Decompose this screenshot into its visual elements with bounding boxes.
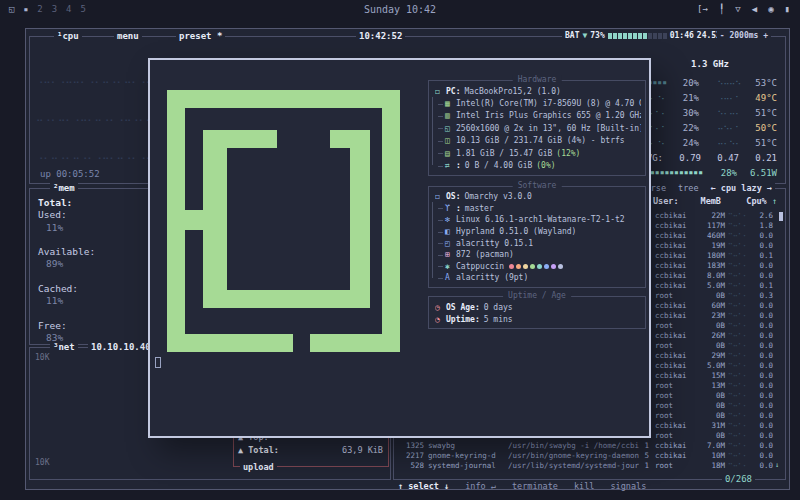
os-icon: ◻ — [435, 192, 446, 201]
fastfetch-terminal-window[interactable]: Hardware ◻PC:MacBookPro15,2 (1.0)▦Intel(… — [148, 58, 651, 438]
process-row[interactable]: 528systemd-journal/usr/lib/systemd/syste… — [398, 460, 781, 470]
battery-icon[interactable]: ▮ — [785, 4, 790, 14]
net-box-title[interactable]: ³net — [50, 342, 78, 352]
terminal-icon: ◰ — [445, 239, 456, 248]
core-load: 24% — [667, 138, 699, 148]
process-cpu: 0.0 — [751, 301, 773, 310]
update-interval-control[interactable]: - 2000ms + — [717, 31, 771, 40]
fastfetch-label: OS Age: — [446, 303, 480, 312]
software-section: Software ◻OS:Omarchy v3.0.0ϒ:master✻Linu… — [428, 186, 646, 288]
process-memory: 180M — [695, 251, 725, 260]
process-threads: 1 — [639, 441, 649, 450]
color-dot — [537, 264, 542, 269]
menu-button[interactable]: menu — [114, 31, 142, 41]
color-dot — [544, 264, 549, 269]
process-count: 0/268 — [722, 474, 755, 484]
core-temperature: 51°C — [741, 138, 777, 148]
microphone-icon[interactable]: ╿ — [719, 4, 724, 14]
process-command: /usr/bin/gnome-keyring-daemon --f — [508, 451, 639, 460]
sort-tree-button[interactable]: tree — [678, 183, 698, 193]
scroll-arrow-icon: ↓ — [773, 461, 781, 469]
process-memory: 5.0M — [695, 361, 725, 370]
color-dot — [558, 264, 563, 269]
process-mem-graph: ⠒⠤⠂⠄ — [725, 441, 751, 449]
fastfetch-row: ◻PC:MacBookPro15,2 (1.0) — [435, 85, 641, 97]
core-spark-graph: ⠤⠄⠢⠄ — [699, 138, 741, 147]
menu-select[interactable]: ↑ select ↓ — [398, 481, 449, 491]
fastfetch-value: Omarchy v3.0.0 — [464, 192, 531, 201]
settings-icon[interactable]: ◉ — [768, 4, 773, 14]
core-load: 30% — [667, 108, 699, 118]
fastfetch-percent: (0%) — [536, 161, 555, 170]
menu-terminate[interactable]: terminate — [512, 481, 558, 491]
tree-tick — [438, 278, 443, 279]
sort-cpu-lazy-button[interactable]: ← cpu lazy → — [711, 183, 772, 193]
process-cpu: 0.0 — [751, 371, 773, 380]
mem-box-title[interactable]: ²mem — [50, 183, 78, 193]
preset-button[interactable]: preset * — [176, 31, 225, 41]
workspace-5[interactable]: 5 — [81, 4, 86, 14]
pc-icon: ◻ — [435, 87, 446, 96]
process-user: root — [649, 341, 695, 350]
desktop: { "topbar": { "launcher_glyph": "◱", "ac… — [0, 0, 800, 500]
process-cpu: 0.0 — [751, 271, 773, 280]
wifi-icon[interactable]: ▽ — [735, 4, 740, 14]
menu-signals[interactable]: signals — [610, 481, 646, 491]
battery-meter-block — [633, 33, 637, 39]
header-clock: 10:42:52 — [356, 31, 405, 41]
core-load: 22% — [667, 123, 699, 133]
fastfetch-value: Hyprland 0.51.0 (Wayland) — [456, 227, 576, 236]
menu-kill[interactable]: kill — [574, 481, 594, 491]
process-memory: 13M — [695, 381, 725, 390]
column-cpu[interactable]: Cpu% ↑ — [746, 196, 777, 206]
tree-line — [432, 202, 433, 278]
volume-icon[interactable]: ◀ — [752, 4, 757, 14]
tree-tick — [438, 266, 443, 267]
fastfetch-value: alacritty 0.15.1 — [456, 239, 533, 248]
tree-tick — [438, 141, 443, 142]
workspace-4[interactable]: 4 — [66, 4, 71, 14]
process-memory: 19M — [695, 241, 725, 250]
process-cpu: 0.0 — [751, 231, 773, 240]
process-row[interactable]: 2217gnome-keyring-d/usr/bin/gnome-keyrin… — [398, 450, 781, 460]
process-mem-graph: ⠒⠤⠂⠄ — [725, 391, 751, 399]
process-scrollbar-thumb[interactable] — [779, 212, 783, 221]
process-cpu: 0.3 — [751, 291, 773, 300]
process-memory: 0B — [695, 431, 725, 440]
logout-icon[interactable]: [→ — [697, 4, 708, 14]
battery-meter-block — [643, 33, 647, 39]
workspace-3[interactable]: 3 — [52, 4, 57, 14]
process-memory: 0B — [695, 341, 725, 350]
workspace-2[interactable]: 2 — [37, 4, 42, 14]
tree-tick — [438, 153, 443, 154]
fastfetch-value: master — [465, 204, 494, 213]
process-cpu: 0.0 — [751, 391, 773, 400]
fastfetch-row: ◔Uptime:5 mins — [435, 313, 641, 325]
tree-tick — [438, 128, 443, 129]
column-mem[interactable]: MemB — [689, 196, 721, 206]
memory-stat-label: Total: — [38, 197, 72, 208]
process-user: root — [649, 291, 695, 300]
workspace-active-dot[interactable]: ▪ — [23, 5, 28, 14]
tree-line — [432, 97, 433, 165]
process-user: ccbikai — [649, 421, 695, 430]
process-cpu: 0.0 — [751, 461, 773, 470]
kernel-icon: ✻ — [445, 215, 456, 224]
fastfetch-row: ✱Catppuccin — [435, 261, 641, 273]
top-bar: ◱ ▪ 2345 Sunday 10:42 [→╿▽◀◉▮ — [0, 0, 800, 18]
window-overview-icon[interactable]: ◱ — [9, 4, 14, 14]
process-mem-graph: ⠒⠤⠂⠄ — [725, 401, 751, 409]
column-user[interactable]: User: — [653, 196, 679, 206]
menu-info[interactable]: info ↵ — [465, 481, 496, 491]
fastfetch-percent: (12%) — [556, 149, 580, 158]
fastfetch-value: alacritty (9pt) — [456, 273, 528, 282]
tree-tick — [438, 243, 443, 244]
process-command: /usr/lib/systemd/systemd-journald — [508, 461, 639, 470]
process-mem-graph: ⠒⠤⠂⠄ — [725, 251, 751, 259]
process-row[interactable]: 1325swaybg/usr/bin/swaybg -i /home/ccbik… — [398, 440, 781, 450]
uptime-section-title: Uptime / Age — [503, 291, 571, 300]
hardware-section: Hardware ◻PC:MacBookPro15,2 (1.0)▦Intel(… — [428, 80, 646, 176]
fastfetch-value: MacBookPro15,2 (1.0) — [464, 87, 560, 96]
cpu-box-title[interactable]: ¹cpu — [54, 31, 82, 41]
swap-icon: ⇄ — [445, 161, 456, 170]
